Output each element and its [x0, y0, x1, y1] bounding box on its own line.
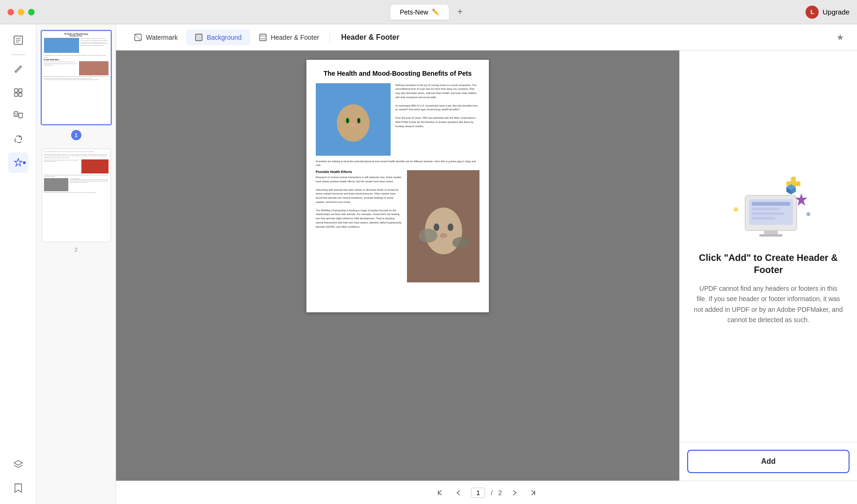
svg-point-31 [434, 223, 439, 231]
thumbnail-page-2[interactable]: We're a loving desperate animal. On her … [41, 148, 111, 252]
upgrade-button[interactable]: L Upgrade [806, 6, 850, 19]
pdf-full-text: Scientists are looking at what the poten… [316, 159, 479, 168]
total-pages: 2 [498, 489, 502, 497]
sidebar-item-edit[interactable] [8, 82, 29, 103]
annotate-icon [13, 64, 23, 74]
close-button[interactable] [7, 9, 14, 15]
pdf-pagination: / 2 [116, 481, 857, 504]
cat-image [316, 83, 391, 156]
right-panel-title: Click "Add" to Create Header & Footer [694, 252, 843, 276]
layers-icon [13, 460, 23, 470]
active-tab[interactable]: Pets-New ✏️ [391, 5, 449, 20]
thumbnail-panel: The Health and Mood-BoostingBenefits of … [36, 24, 116, 504]
thumb-wrapper-1: The Health and Mood-BoostingBenefits of … [41, 30, 112, 125]
favorite-button[interactable]: ★ [833, 30, 848, 45]
svg-point-50 [734, 207, 738, 212]
page-separator: / [491, 489, 493, 497]
right-panel-bottom: Add [680, 442, 857, 481]
svg-rect-47 [752, 208, 780, 210]
sidebar-item-rotate[interactable] [8, 129, 29, 150]
section1-text: Research on human-animal interactions is… [316, 175, 402, 229]
header-footer-label: Header & Footer [271, 34, 320, 41]
svg-rect-48 [752, 212, 784, 215]
svg-rect-49 [752, 217, 775, 220]
svg-line-13 [135, 34, 141, 41]
content-area: Watermark Background Header & Footer Hea… [116, 24, 857, 504]
sidebar-item-bookmark[interactable] [8, 478, 29, 498]
svg-point-32 [448, 223, 453, 231]
tab-title: Pets-New [400, 8, 428, 16]
pdf-section-1: Possible Health Effects Research on huma… [316, 170, 479, 284]
next-page-icon [511, 490, 517, 496]
cat-photo [316, 83, 391, 156]
reader-icon [13, 35, 23, 45]
svg-rect-41 [786, 181, 800, 186]
dog-cat-photo [407, 170, 479, 282]
bookmark-icon [14, 483, 22, 493]
sidebar-item-reader[interactable] [8, 30, 29, 50]
header-footer-button[interactable]: Header & Footer [250, 29, 328, 45]
svg-rect-38 [764, 230, 778, 234]
svg-point-25 [358, 118, 360, 123]
prev-page-icon [456, 490, 462, 496]
toolbar: Watermark Background Header & Footer Hea… [116, 24, 857, 50]
pdf-page-1: The Health and Mood-Boosting Benefits of… [306, 60, 489, 312]
pdf-intro-section: Nothing compares to the joy of coming ho… [316, 83, 479, 156]
thumb-wrapper-2: We're a loving desperate animal. On her … [41, 148, 112, 243]
watermark-button[interactable]: Watermark [125, 29, 186, 45]
svg-rect-7 [19, 93, 22, 96]
sidebar-item-annotate[interactable] [8, 59, 29, 79]
panel-title: Header & Footer [341, 33, 399, 42]
svg-rect-6 [15, 93, 18, 96]
thumbnail-page-1[interactable]: The Health and Mood-BoostingBenefits of … [41, 30, 111, 140]
current-page-input[interactable] [471, 488, 485, 498]
illustration [722, 167, 815, 242]
svg-rect-15 [260, 34, 266, 41]
header-footer-icon [259, 33, 267, 42]
traffic-lights [7, 9, 35, 15]
pdf-title: The Health and Mood-Boosting Benefits of… [316, 69, 479, 79]
svg-rect-14 [196, 34, 202, 41]
background-label: Background [207, 34, 242, 41]
svg-point-24 [347, 118, 349, 123]
sidebar-item-tools[interactable] [8, 152, 29, 173]
next-page-button[interactable] [508, 486, 521, 499]
upgrade-label: Upgrade [822, 8, 850, 16]
svg-rect-8 [14, 112, 18, 116]
add-button[interactable]: Add [687, 450, 850, 473]
toolbar-separator [329, 32, 330, 43]
svg-point-51 [806, 212, 810, 216]
svg-marker-42 [795, 193, 807, 206]
prev-page-button[interactable] [452, 486, 465, 499]
page-num-label-2: 2 [74, 247, 77, 252]
svg-rect-4 [15, 89, 18, 92]
title-bar-center: Pets-New ✏️ + [391, 5, 467, 20]
sidebar-item-organize[interactable] [8, 106, 29, 126]
first-page-icon [437, 490, 443, 496]
organize-icon [13, 111, 23, 121]
tools-icon [13, 158, 23, 168]
pdf-section-text: Possible Health Effects Research on huma… [316, 170, 402, 284]
right-panel-description: UPDF cannot find any headers or footers … [694, 283, 843, 325]
first-page-button[interactable] [434, 486, 447, 499]
watermark-label: Watermark [146, 34, 178, 41]
maximize-button[interactable] [28, 9, 35, 15]
svg-point-35 [452, 237, 469, 248]
left-sidebar [0, 24, 36, 504]
toolbar-right: ★ [833, 30, 848, 45]
page-num-badge-1: 1 [71, 130, 81, 140]
last-page-button[interactable] [526, 486, 539, 499]
pdf-preview[interactable]: The Health and Mood-Boosting Benefits of… [116, 50, 679, 481]
last-page-icon [530, 490, 536, 496]
edit-tab-icon[interactable]: ✏️ [432, 8, 439, 15]
pdf-intro-text: Nothing compares to the joy of coming ho… [395, 83, 479, 156]
thumb-img-2: We're a loving desperate animal. On her … [42, 149, 111, 242]
add-tab-button[interactable]: + [453, 6, 466, 19]
svg-point-33 [440, 233, 447, 238]
svg-rect-39 [759, 234, 783, 237]
rotate-icon [13, 134, 23, 144]
minimize-button[interactable] [18, 9, 24, 15]
background-button[interactable]: Background [186, 29, 250, 45]
avatar: L [806, 6, 819, 19]
sidebar-item-layers[interactable] [8, 454, 29, 475]
